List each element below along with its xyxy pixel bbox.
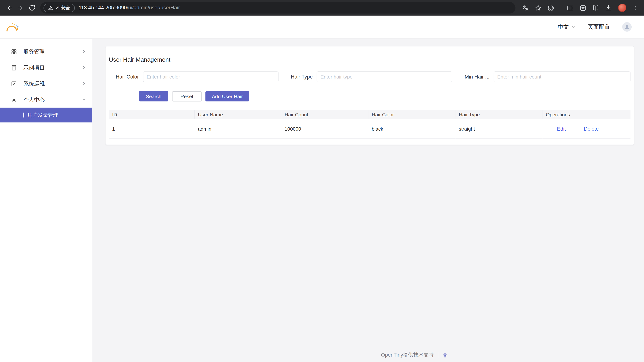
trash-icon [442, 352, 448, 358]
cell-hair-color: black [368, 119, 456, 139]
screen: 不安全 113.45.144.205:9090/ui/admin/user/us… [0, 0, 644, 362]
header-hair-type: Hair Type [456, 110, 543, 119]
header-user-name: User Name [194, 110, 281, 119]
app-header-right: 中文 页面配置 [558, 22, 632, 32]
user-avatar[interactable] [622, 22, 632, 32]
header-operations: Operations [542, 110, 630, 119]
sidebar-subitem-user-hair-management[interactable]: 用户发量管理 [0, 108, 92, 122]
browser-actions [520, 4, 641, 12]
min-hair-count-label: Min Hair ... [464, 74, 490, 80]
header-id: ID [109, 110, 194, 119]
warning-icon [48, 5, 54, 10]
browser-toolbar: 不安全 113.45.144.205:9090/ui/admin/user/us… [0, 0, 644, 16]
sidebar-item-label: 系统运维 [24, 80, 45, 87]
address-bar[interactable]: 不安全 113.45.144.205:9090/ui/admin/user/us… [40, 2, 516, 14]
min-hair-count-input[interactable] [494, 72, 630, 82]
app-header: 中文 页面配置 [0, 16, 644, 38]
main-content: User Hair Management Hair Color Hair Typ… [92, 38, 644, 362]
chevron-right-icon [82, 81, 86, 86]
action-buttons: Search Reset Add User Hair [139, 91, 630, 102]
footer: OpenTiny提供技术支持 [185, 352, 644, 359]
hair-type-label: Hair Type [291, 74, 313, 80]
extensions-icon[interactable] [548, 4, 555, 12]
person-icon [624, 24, 630, 30]
filter-min-hair-count: Min Hair ... [464, 72, 630, 82]
toolbar-separator [561, 4, 561, 11]
reload-icon[interactable] [26, 2, 38, 14]
sidebar-menu: 服务管理 示例项目 系统运维 [0, 38, 92, 122]
user-hair-card: User Hair Management Hair Color Hair Typ… [105, 46, 634, 145]
cell-id: 1 [109, 119, 194, 139]
document-icon [11, 64, 17, 71]
cell-hair-count: 100000 [281, 119, 368, 139]
user-icon [11, 96, 17, 103]
bookmark-star-icon[interactable] [535, 4, 542, 11]
table-row: 1 admin 100000 black straight Edit Delet… [109, 119, 630, 139]
sidebar-item-personal-center[interactable]: 个人中心 [0, 92, 92, 108]
filter-hair-color: Hair Color [109, 72, 278, 82]
hair-color-input[interactable] [143, 72, 278, 82]
hair-type-input[interactable] [317, 72, 452, 82]
header-hair-count: Hair Count [281, 110, 368, 119]
url-host: 113.45.144.205:9090 [79, 5, 127, 11]
footer-text: OpenTiny提供技术支持 [381, 352, 434, 359]
header-hair-color: Hair Color [368, 110, 456, 119]
add-user-hair-button[interactable]: Add User Hair [205, 91, 249, 102]
security-chip[interactable]: 不安全 [44, 4, 74, 12]
chevron-down-icon [571, 25, 576, 29]
language-switcher[interactable]: 中文 [558, 23, 576, 30]
edit-link[interactable]: Edit [557, 126, 566, 132]
reading-list-icon[interactable] [592, 4, 599, 11]
menu-kebab-icon[interactable] [632, 5, 638, 11]
chevron-right-icon [82, 49, 86, 54]
sidebar-item-service-management[interactable]: 服务管理 [0, 44, 92, 60]
profile-avatar[interactable] [618, 4, 626, 12]
security-label: 不安全 [56, 5, 70, 11]
operations-icon [11, 80, 17, 87]
url-path: /ui/admin/user/userHair [127, 5, 180, 11]
chevron-right-icon [82, 66, 86, 70]
table-header-row: ID User Name Hair Count Hair Color Hair … [109, 110, 630, 119]
active-indicator [24, 112, 24, 118]
sidebar-item-example-project[interactable]: 示例项目 [0, 60, 92, 76]
sidebar: 服务管理 示例项目 系统运维 [0, 38, 92, 362]
sidebar-subitem-label: 用户发量管理 [28, 112, 58, 118]
footer-separator [438, 352, 438, 358]
cell-hair-type: straight [456, 119, 543, 139]
user-hair-table: ID User Name Hair Count Hair Color Hair … [109, 110, 630, 139]
url-text: 113.45.144.205:9090/ui/admin/user/userHa… [79, 5, 180, 11]
language-label: 中文 [558, 23, 569, 30]
sidebar-item-label: 服务管理 [24, 48, 45, 55]
page-title: User Hair Management [109, 56, 630, 63]
sidebar-item-label: 示例项目 [24, 64, 45, 71]
filter-hair-type: Hair Type [291, 72, 452, 82]
delete-link[interactable]: Delete [584, 126, 599, 132]
reset-button[interactable]: Reset [172, 91, 202, 102]
page-config-button[interactable]: 页面配置 [588, 23, 610, 30]
sidebar-item-label: 个人中心 [24, 96, 45, 103]
cell-user-name: admin [194, 119, 281, 139]
search-button[interactable]: Search [139, 91, 168, 102]
sidebar-item-system-operations[interactable]: 系统运维 [0, 76, 92, 92]
favorites-icon[interactable] [580, 4, 586, 11]
back-icon[interactable] [3, 2, 15, 14]
cell-operations: Edit Delete [542, 119, 630, 139]
download-icon[interactable] [605, 4, 612, 12]
opentiny-logo[interactable] [4, 21, 21, 33]
translate-icon[interactable] [522, 4, 529, 11]
filter-form: Hair Color Hair Type Min Hair ... [109, 72, 630, 82]
forward-icon[interactable] [15, 2, 26, 14]
hair-color-label: Hair Color [109, 74, 139, 80]
grid-icon [11, 48, 17, 55]
chevron-down-icon [82, 98, 86, 102]
side-panel-icon[interactable] [567, 4, 574, 11]
